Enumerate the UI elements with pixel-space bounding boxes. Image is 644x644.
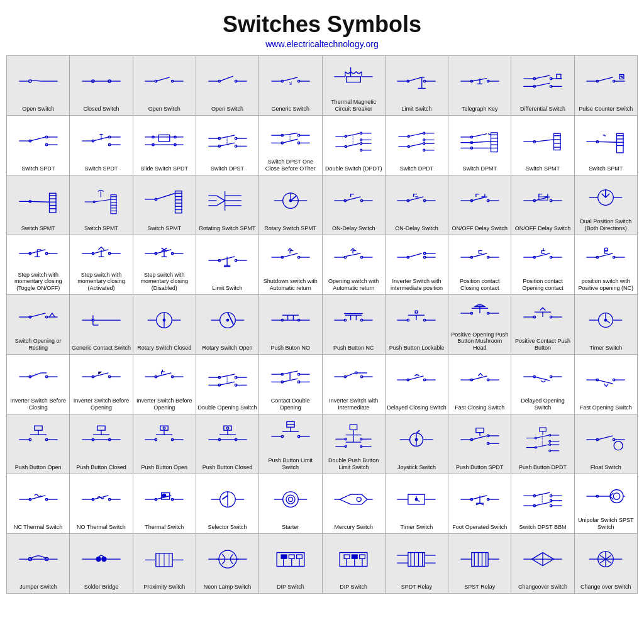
- symbol-cell: Pulse Counter Switch: [575, 56, 638, 116]
- symbol-cell: ON/OFF Delay Switch: [511, 175, 574, 235]
- svg-rect-356: [416, 311, 418, 313]
- symbol-cell: Slide Switch SPDT: [133, 116, 196, 175]
- symbol-cell: Proximity Switch: [133, 534, 196, 594]
- svg-point-602: [96, 557, 101, 562]
- svg-point-560: [288, 497, 292, 502]
- svg-line-20: [282, 77, 298, 81]
- symbol-label: Inverter Switch Before Closing: [8, 397, 68, 411]
- symbol-label: Open Switch: [148, 106, 180, 113]
- symbol-icon: [197, 477, 257, 523]
- symbol-icon: [197, 536, 257, 582]
- symbol-label: Positive Opening Push Button Mushroom He…: [450, 331, 509, 352]
- symbol-label: Telegraph Key: [462, 106, 498, 113]
- symbol-icon: [513, 118, 572, 164]
- svg-line-500: [416, 430, 419, 433]
- symbol-icon: [324, 536, 384, 582]
- symbol-cell: Step switch with momentary closing (Acti…: [70, 235, 133, 295]
- symbol-label: Double Push Button Limit Switch: [324, 457, 384, 471]
- symbol-cell: Change over Switch: [575, 534, 638, 594]
- symbol-label: Position contact Closing contact: [450, 278, 509, 292]
- symbol-cell: Delayed Opening Switch: [511, 355, 574, 414]
- symbol-label: Opening switch with Automatic return: [324, 278, 384, 292]
- symbol-cell: Unipolar Switch SPST Switch: [575, 474, 638, 534]
- svg-line-390: [156, 373, 172, 377]
- symbol-cell: Switch DPMT: [448, 116, 511, 175]
- symbol-cell: ON/OFF Delay Switch: [448, 175, 511, 235]
- symbol-cell: Closed Switch: [70, 56, 133, 116]
- symbol-label: Neon Lamp Switch: [204, 584, 252, 591]
- symbol-cell: Rotary Switch Closed: [133, 295, 196, 355]
- symbol-label: Starter: [282, 524, 299, 531]
- symbol-label: Switch SPMT: [526, 165, 560, 172]
- symbol-icon: [324, 477, 384, 523]
- symbol-label: Push Buton NO: [271, 345, 311, 352]
- symbol-cell: Timer Switch: [575, 295, 638, 355]
- symbol-label: Thermal Magnetic Circuit Breaker: [324, 99, 384, 113]
- symbol-label: Switch SPMT: [21, 225, 55, 232]
- symbol-grid: Open SwitchClosed SwitchOpen SwitchOpen …: [6, 55, 638, 594]
- symbol-icon: [260, 357, 320, 396]
- symbol-cell: Positive Opening Push Button Mushroom He…: [448, 295, 511, 355]
- svg-line-69: [30, 137, 46, 141]
- symbol-cell: Step switch with momentary closing (Togg…: [7, 235, 70, 295]
- symbol-cell: Inverter Switch Before Closing: [7, 355, 70, 414]
- symbol-label: SPST Relay: [464, 584, 495, 591]
- symbol-cell: Dual Position Switch (Both Directions): [575, 175, 638, 235]
- symbol-label: Timer Switch: [590, 345, 623, 352]
- symbol-icon: [197, 297, 257, 343]
- symbol-icon: [260, 477, 320, 523]
- symbol-label: Selector Switch: [208, 524, 247, 531]
- symbol-cell: Switch DPDT: [386, 116, 448, 175]
- symbol-label: Changeover Switch: [518, 584, 567, 591]
- symbol-cell: Push Buton NO: [259, 295, 322, 355]
- svg-line-149: [472, 134, 487, 137]
- symbol-cell: Switch DPST: [196, 116, 259, 175]
- svg-line-34: [408, 77, 422, 81]
- symbol-label: SPDT Relay: [401, 584, 432, 591]
- symbol-cell: Telegraph Key: [448, 56, 511, 116]
- symbol-label: Switch SPMT: [589, 165, 623, 172]
- symbol-icon: [576, 477, 636, 516]
- svg-text:S: S: [289, 81, 292, 86]
- svg-line-315: [30, 313, 46, 317]
- svg-line-76: [93, 137, 109, 141]
- svg-rect-612: [296, 555, 302, 558]
- symbol-cell: Double Switch (DPDT): [323, 116, 386, 175]
- symbol-label: position switch with Positive opening (N…: [576, 278, 636, 292]
- symbol-label: Fast Opening Switch: [580, 404, 632, 411]
- svg-point-550: [163, 494, 166, 497]
- svg-point-490: [360, 445, 362, 447]
- symbol-label: Step switch with momentary closing (Togg…: [8, 272, 68, 292]
- symbol-icon: [387, 536, 447, 582]
- symbol-icon: [260, 297, 320, 343]
- symbol-cell: Push Button Open: [7, 414, 70, 474]
- svg-rect-457: [97, 426, 105, 430]
- symbol-label: Change over Switch: [580, 584, 631, 591]
- symbol-icon: [8, 297, 68, 336]
- symbol-icon: [71, 477, 131, 523]
- symbol-icon: [8, 58, 68, 104]
- symbol-icon: [260, 238, 320, 277]
- symbol-icon: [71, 118, 131, 164]
- svg-line-440: [597, 380, 613, 384]
- symbol-icon: [576, 118, 636, 164]
- symbol-cell: Push Button Closed: [196, 414, 259, 474]
- symbol-label: Differential Switch: [520, 106, 565, 113]
- symbol-cell: Foot Operated Switch: [448, 474, 511, 534]
- symbol-icon: [71, 536, 131, 582]
- symbol-cell: Inverter Switch with intermediate positi…: [386, 235, 448, 295]
- symbol-label: Jumper Switch: [19, 584, 57, 591]
- symbol-label: Switch DPDT: [400, 165, 434, 172]
- symbol-icon: [450, 536, 509, 582]
- symbol-label: Slide Switch SPDT: [140, 165, 188, 172]
- symbol-label: Generic Switch: [272, 106, 310, 113]
- svg-line-418: [345, 373, 355, 377]
- svg-line-164: [535, 140, 554, 142]
- symbol-icon: [513, 178, 572, 224]
- symbol-cell: Double Opening Switch: [196, 355, 259, 414]
- svg-line-172: [597, 142, 617, 142]
- symbol-icon: [513, 477, 572, 523]
- svg-point-501: [416, 438, 418, 441]
- symbol-icon: [450, 178, 509, 224]
- symbol-icon: [387, 357, 447, 403]
